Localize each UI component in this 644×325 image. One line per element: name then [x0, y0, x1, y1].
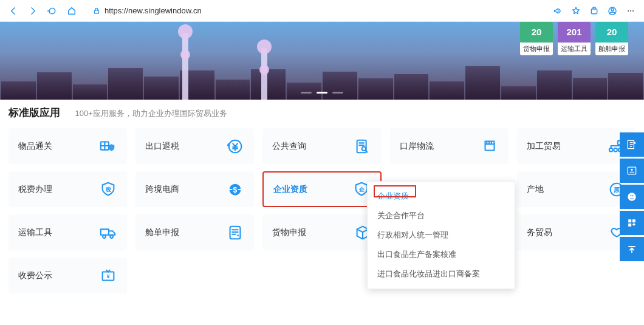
svg-rect-1 — [591, 9, 597, 13]
crane-icon — [481, 137, 499, 156]
tax-badge-icon: 税 — [99, 180, 117, 199]
tile-label: 跨境电商 — [145, 184, 179, 195]
tile-label: 收费公示 — [18, 270, 52, 281]
tile-label: 加工贸易 — [527, 141, 561, 152]
tile-label: 税费办理 — [18, 184, 52, 195]
tile-fee-notice[interactable]: 收费公示 ¥ — [9, 258, 127, 293]
svg-text:¥: ¥ — [107, 273, 111, 279]
carousel-dots[interactable] — [301, 92, 343, 94]
svg-point-31 — [628, 193, 635, 200]
svg-rect-34 — [628, 219, 631, 222]
browser-toolbar: https://new.singlewindow.cn — [0, 0, 644, 22]
profile-button[interactable] — [604, 2, 621, 19]
tile-goods-clearance[interactable]: 物品通关 — [9, 128, 127, 164]
stat-card-ship[interactable]: 20 舶舶申报 — [595, 22, 628, 55]
svg-point-14 — [614, 148, 617, 151]
tile-label: 物品通关 — [18, 141, 52, 152]
tile-cross-border[interactable]: 跨境电商 $ — [135, 171, 254, 207]
svg-point-23 — [103, 235, 106, 238]
globe-s-icon: $ — [226, 180, 244, 199]
dropdown-item[interactable]: 进口食品化妆品进出口商备案 — [368, 264, 515, 284]
more-button[interactable] — [622, 2, 639, 19]
lock-icon — [92, 7, 101, 15]
sidebar-edit[interactable] — [620, 132, 644, 157]
favorites-button[interactable] — [567, 2, 584, 19]
tile-port-logistics[interactable]: 口岸物流 — [390, 128, 509, 164]
svg-rect-36 — [628, 224, 631, 227]
svg-text:税: 税 — [105, 186, 112, 192]
stat-label: 货物申报 — [520, 43, 553, 55]
svg-rect-11 — [485, 144, 494, 150]
tile-label: 务贸易 — [527, 227, 552, 238]
tile-enterprise-qualification[interactable]: 企业资质 企 — [262, 171, 381, 207]
svg-rect-22 — [101, 229, 109, 234]
svg-text:企: 企 — [358, 186, 365, 192]
truck-icon — [99, 224, 117, 242]
svg-text:原: 原 — [613, 186, 620, 193]
stat-card-transport[interactable]: 201 运输工具 — [558, 22, 591, 55]
section-title: 标准版应用 — [9, 107, 60, 118]
tile-label: 产地 — [527, 184, 544, 195]
tile-label: 出口退税 — [145, 141, 179, 152]
stat-number: 201 — [558, 22, 591, 43]
tile-manifest[interactable]: 舱单申报 — [135, 214, 254, 250]
price-board-icon: ¥ — [99, 267, 117, 285]
svg-point-32 — [630, 195, 631, 196]
tile-label: 口岸物流 — [400, 141, 434, 152]
svg-point-26 — [238, 234, 239, 236]
read-aloud-button[interactable] — [549, 2, 566, 19]
tile-public-query[interactable]: 公共查询 — [262, 128, 381, 164]
refresh-button[interactable] — [44, 2, 61, 19]
dropdown-item[interactable]: 企业资质 — [368, 186, 515, 206]
dropdown-item[interactable]: 出口食品生产备案核准 — [368, 245, 515, 264]
sidebar-card[interactable] — [620, 159, 644, 183]
collections-button[interactable] — [586, 2, 603, 19]
home-button[interactable] — [63, 2, 80, 19]
sidebar-help[interactable] — [620, 185, 644, 209]
sidebar-apps[interactable] — [620, 211, 644, 235]
tile-goods-declaration[interactable]: 货物申报 — [262, 214, 381, 250]
tile-label: 舱单申报 — [145, 227, 179, 238]
enterprise-dropdown: 企业资质 关企合作平台 行政相对人统一管理 出口食品生产备案核准 进口食品化妆品… — [367, 181, 515, 289]
tile-origin[interactable]: 产地 原 — [517, 171, 635, 207]
svg-rect-35 — [632, 219, 635, 222]
stat-card-goods[interactable]: 20 货物申报 — [520, 22, 553, 55]
stat-number: 20 — [520, 22, 553, 43]
svg-point-4 — [628, 10, 629, 11]
tile-label: 运输工具 — [18, 227, 52, 238]
back-button[interactable] — [5, 2, 22, 19]
url-text: https://new.singlewindow.cn — [104, 6, 202, 15]
stat-cards: 20 货物申报 201 运输工具 20 舶舶申报 — [520, 22, 628, 55]
dropdown-item[interactable]: 行政相对人统一管理 — [368, 225, 515, 245]
svg-point-24 — [110, 235, 113, 238]
tile-label: 货物申报 — [272, 227, 306, 238]
stat-number: 20 — [595, 22, 628, 43]
svg-text:$: $ — [233, 185, 238, 194]
tile-export-refund[interactable]: 出口退税 — [135, 128, 254, 164]
app-tiles-grid: 物品通关 出口退税 公共查询 口岸物流 加工贸易 税费办理 税 跨境电商 $ 企… — [0, 120, 644, 293]
tile-processing-trade[interactable]: 加工贸易 — [517, 128, 635, 164]
stat-label: 运输工具 — [558, 43, 591, 55]
dropdown-item[interactable]: 关企合作平台 — [368, 206, 515, 225]
box-shield-icon — [99, 137, 117, 156]
stat-label: 舶舶申报 — [595, 43, 628, 55]
tile-label: 企业资质 — [273, 184, 307, 195]
tile-tax-fee[interactable]: 税费办理 税 — [9, 171, 127, 207]
sidebar-top[interactable] — [620, 237, 644, 261]
tile-label: 公共查询 — [272, 141, 306, 152]
tile-service-trade[interactable]: 务贸易 — [517, 214, 635, 250]
svg-point-33 — [632, 195, 634, 196]
svg-point-3 — [611, 9, 614, 11]
doc-search-icon — [354, 137, 372, 156]
right-sidebar — [620, 132, 644, 263]
manifest-icon — [226, 224, 244, 242]
yen-cycle-icon — [226, 137, 244, 156]
forward-button[interactable] — [24, 2, 41, 19]
address-bar[interactable]: https://new.singlewindow.cn — [86, 2, 543, 19]
svg-point-5 — [630, 10, 631, 11]
svg-point-30 — [631, 169, 632, 171]
svg-point-6 — [632, 10, 634, 11]
tile-transport-tools[interactable]: 运输工具 — [9, 214, 127, 250]
svg-rect-0 — [95, 10, 99, 13]
section-header: 标准版应用 100+应用服务，助力企业办理国际贸易业务 — [0, 100, 644, 120]
